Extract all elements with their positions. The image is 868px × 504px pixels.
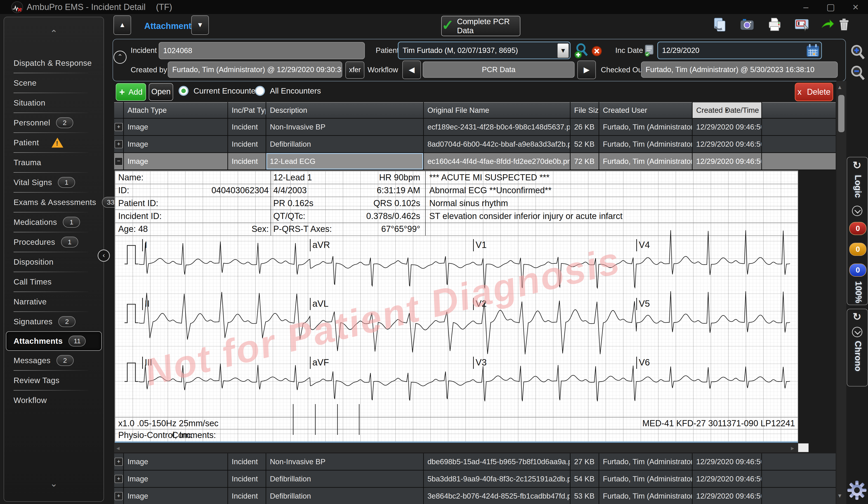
table-row[interactable]: + Image Incident Defibrillation 3e864bc2… (114, 488, 836, 504)
sidebar-scroll-up-icon[interactable]: ⌃ (4, 28, 104, 39)
calendar-icon[interactable] (806, 44, 819, 57)
collapse-header-button[interactable]: ⌃ (113, 51, 127, 64)
maximize-button[interactable]: ▢ (820, 1, 841, 13)
column-header-file-size[interactable]: File Size (570, 102, 599, 118)
sidebar-item-exams-assessments[interactable]: Exams & Assessments33 (4, 193, 104, 212)
logic-counter-badge[interactable]: 0 (849, 222, 866, 235)
copy-icon[interactable] (712, 17, 727, 32)
sidebar-item-medications[interactable]: Medications1 (4, 213, 104, 232)
sidebar-item-vital-signs[interactable]: Vital Signs1 (4, 173, 104, 192)
cell-description[interactable]: Non-Invasive BP (266, 119, 423, 135)
settings-gear-icon[interactable] (847, 480, 867, 501)
trash-icon[interactable] (838, 17, 850, 32)
sidebar-item-scene[interactable]: Scene (4, 73, 104, 93)
logic-refresh-icon[interactable]: ↻ (852, 159, 861, 171)
column-header-created-user[interactable]: Created User (599, 102, 692, 118)
table-row[interactable]: + Image Incident Non-Invasive BP ecf189e… (114, 119, 836, 135)
sidebar-item-attachments[interactable]: Attachments11 (6, 331, 102, 351)
sidebar-item-review-tags[interactable]: Review Tags (4, 371, 104, 390)
vertical-scroll-thumb[interactable] (838, 95, 845, 132)
row-expand-button[interactable]: + (114, 136, 123, 152)
row-expand-button[interactable]: + (114, 488, 123, 504)
ecg-horizontal-scrollbar[interactable]: ◂ ▸ (114, 443, 808, 452)
minimize-button[interactable]: – (796, 1, 816, 13)
row-expand-button[interactable]: + (114, 119, 123, 135)
all-encounters-radio[interactable] (255, 86, 265, 96)
print-icon[interactable] (767, 17, 782, 32)
column-header-description[interactable]: Description (266, 102, 423, 118)
prev-section-button[interactable]: ▲ (113, 16, 131, 35)
table-row[interactable]: − Image Incident 12-Lead ECG ec160c44-4f… (114, 153, 836, 169)
ecg-comments-label: Comments: (172, 430, 216, 440)
chrono-expand-icon[interactable] (852, 327, 862, 337)
row-expand-button[interactable]: + (114, 453, 123, 470)
sidebar-scroll-down-icon[interactable]: ⌄ (4, 478, 104, 488)
scroll-right-icon[interactable]: ▸ (791, 444, 794, 452)
complete-pcr-button[interactable]: ✓ Complete PCR Data (441, 16, 520, 36)
cell-file-name: ecf189ec-2431-4f28-b0c4-9b8c148d5637.png (424, 119, 570, 135)
column-header-original-file-name[interactable]: Original File Name (424, 102, 570, 118)
x-icon: x (797, 87, 802, 97)
ecg-preview-image[interactable]: Name: 12-Lead 1 HR 90bpm *** ACUTE MI SU… (115, 171, 798, 443)
table-row[interactable]: + Image Incident Defibrillation 5ba3dd81… (114, 471, 836, 487)
sidebar-item-procedures[interactable]: Procedures1 (4, 232, 104, 252)
sidebar-item-workflow[interactable]: Workflow (4, 391, 104, 410)
sidebar-item-patient[interactable]: Patient (4, 133, 104, 152)
logic-counter-badge[interactable]: 0 (849, 243, 866, 256)
logic-counter-badge[interactable]: 0 (849, 264, 866, 277)
logic-expand-icon[interactable] (852, 206, 862, 216)
sidebar-item-trauma[interactable]: Trauma (4, 153, 104, 172)
current-encounter-radio[interactable] (178, 86, 188, 96)
delete-button[interactable]: xDelete (795, 83, 833, 101)
sidebar-collapse-button[interactable]: ‹ (98, 249, 110, 262)
patient-search-add-icon[interactable] (574, 42, 589, 59)
sidebar-item-personnel[interactable]: Personnel2 (4, 113, 104, 132)
cell-description[interactable]: Defibrillation (266, 136, 423, 152)
sidebar-item-dispatch-response[interactable]: Dispatch & Response (4, 53, 104, 73)
table-vertical-scrollbar[interactable]: ▴ ▾ (836, 81, 846, 504)
sidebar-item-narrative[interactable]: Narrative (4, 292, 104, 311)
sidebar-item-situation[interactable]: Situation (4, 93, 104, 113)
incident-number-field[interactable]: 1024068 (159, 42, 365, 59)
current-encounter-label: Current Encounter (194, 86, 258, 95)
cell-description[interactable]: 12-Lead ECG (266, 153, 423, 169)
cell-description[interactable]: Defibrillation (266, 471, 423, 487)
table-row[interactable]: + Image Incident Non-Invasive BP dbe698b… (114, 453, 836, 470)
scroll-up-icon[interactable]: ▴ (838, 83, 841, 91)
column-header-attach-type[interactable]: Attach Type (124, 102, 227, 118)
patient-clear-icon[interactable] (591, 46, 602, 56)
cell-description[interactable]: Non-Invasive BP (266, 453, 423, 470)
sidebar-item-call-times[interactable]: Call Times (4, 272, 104, 291)
chrono-refresh-icon[interactable]: ↻ (852, 310, 861, 323)
sidebar-item-signatures[interactable]: Signatures2 (4, 312, 104, 331)
column-header-inc-pat-type[interactable]: Inc/Pat Type (228, 102, 266, 118)
horizontal-scroll-thumb[interactable] (798, 443, 808, 452)
cell-description[interactable]: Defibrillation (266, 488, 423, 504)
zoom-out-icon[interactable] (850, 65, 865, 81)
column-header-created-date-time[interactable]: Created Date/Time (693, 102, 761, 118)
open-button[interactable]: Open (149, 83, 173, 101)
inc-date-field[interactable]: 12/29/2020 (657, 42, 822, 59)
patient-select[interactable]: Tim Furtado (M, 02/07/1937, 8695) ▼ (398, 42, 570, 59)
row-expand-button[interactable]: − (114, 153, 123, 169)
sidebar-item-disposition[interactable]: Disposition (4, 252, 104, 272)
workflow-next-button[interactable]: ▶ (577, 61, 596, 79)
sidebar-item-messages[interactable]: Messages2 (4, 351, 104, 370)
chevron-down-icon[interactable]: ▼ (557, 43, 569, 58)
next-section-button[interactable]: ▼ (191, 16, 209, 35)
sidebar-item-label: Attachments (13, 337, 63, 346)
camera-icon[interactable] (740, 17, 755, 32)
close-button[interactable]: × (845, 1, 866, 13)
forward-icon[interactable] (821, 17, 835, 32)
date-note-icon[interactable] (643, 44, 655, 57)
cell-file-size: 26 KB (570, 119, 599, 135)
field-capture-icon[interactable] (795, 17, 810, 32)
row-expand-button[interactable]: + (114, 471, 123, 487)
add-button[interactable]: +Add (116, 83, 146, 101)
table-row[interactable]: + Image Incident Defibrillation 8ad0704d… (114, 136, 836, 152)
scroll-left-icon[interactable]: ◂ (116, 444, 120, 452)
workflow-prev-button[interactable]: ◀ (402, 61, 421, 79)
scroll-down-icon[interactable]: ▾ (838, 492, 841, 499)
xfer-button[interactable]: xfer (345, 61, 364, 79)
zoom-in-icon[interactable] (850, 44, 865, 60)
